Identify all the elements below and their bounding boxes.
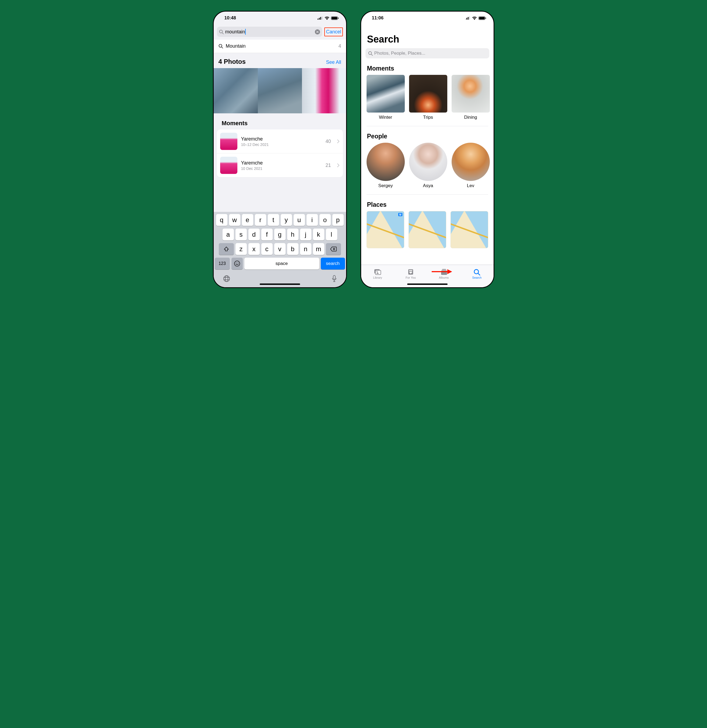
tab-label: Library xyxy=(373,276,382,279)
letter-key[interactable]: b xyxy=(287,243,299,255)
moment-card[interactable]: Winter xyxy=(366,75,405,120)
avatar xyxy=(366,143,405,181)
phone-right: 11:06 Search Photos, People, Places... M… xyxy=(360,11,494,288)
person-name: Asya xyxy=(423,183,433,188)
suggestion-count: 4 xyxy=(338,43,341,49)
svg-rect-5 xyxy=(332,17,337,19)
suggestion-label: Mountain xyxy=(226,43,246,49)
svg-line-11 xyxy=(221,47,223,48)
letter-key[interactable]: v xyxy=(274,243,286,255)
letter-key[interactable]: f xyxy=(261,228,273,240)
letter-key[interactable]: j xyxy=(300,228,312,240)
letter-key[interactable]: z xyxy=(235,243,247,255)
see-all-link[interactable]: See All xyxy=(326,59,341,65)
backspace-key[interactable] xyxy=(326,243,341,255)
tab-albums[interactable]: Albums xyxy=(427,265,460,282)
letter-key[interactable]: u xyxy=(294,214,305,226)
dictation-icon[interactable] xyxy=(332,275,337,282)
svg-rect-35 xyxy=(409,270,412,271)
places-row: M xyxy=(361,211,493,248)
letter-key[interactable]: c xyxy=(261,243,273,255)
places-header: Places xyxy=(361,195,493,211)
letter-key[interactable]: p xyxy=(332,214,344,226)
status-time: 10:48 xyxy=(224,15,236,21)
moment-card[interactable]: Dining xyxy=(452,75,490,120)
moment-title: Yaremche xyxy=(241,136,269,142)
tab-for-you[interactable]: For You xyxy=(394,265,427,282)
moment-row[interactable]: Yaremche 10–12 Dec 2021 40 xyxy=(217,130,343,153)
keyboard: qwertyuiop asdfghjkl zxcvbnm 123 space s… xyxy=(214,212,346,287)
moments-row: Winter Trips Dining xyxy=(361,75,493,120)
letter-key[interactable]: h xyxy=(287,228,299,240)
tab-library[interactable]: Library xyxy=(361,265,394,282)
home-indicator xyxy=(260,283,300,285)
home-indicator xyxy=(407,283,447,285)
text-caret xyxy=(245,29,246,35)
wifi-icon xyxy=(472,16,477,20)
person-card[interactable]: Asya xyxy=(409,143,447,188)
svg-rect-19 xyxy=(333,276,335,279)
clear-search-button[interactable] xyxy=(315,29,320,35)
letter-key[interactable]: m xyxy=(313,243,324,255)
globe-icon[interactable] xyxy=(223,275,230,282)
letter-key[interactable]: x xyxy=(248,243,260,255)
letter-key[interactable]: t xyxy=(268,214,279,226)
moment-thumb xyxy=(366,75,405,113)
numbers-key[interactable]: 123 xyxy=(215,258,230,270)
place-map-tile[interactable] xyxy=(408,211,446,248)
svg-point-14 xyxy=(238,263,238,264)
letter-key[interactable]: g xyxy=(274,228,286,240)
letter-key[interactable]: y xyxy=(281,214,292,226)
letter-key[interactable]: q xyxy=(216,214,227,226)
letter-key[interactable]: n xyxy=(300,243,312,255)
letter-key[interactable]: o xyxy=(319,214,331,226)
photo-thumb[interactable] xyxy=(214,68,258,113)
emoji-key[interactable] xyxy=(231,258,243,270)
search-input-value[interactable]: mountain xyxy=(225,29,245,35)
letter-key[interactable]: d xyxy=(248,228,260,240)
moment-subtitle: 10 Dec 2021 xyxy=(241,166,263,171)
search-suggestion-row[interactable]: Mountain 4 xyxy=(214,40,346,53)
status-bar: 11:06 xyxy=(361,12,493,25)
letter-key[interactable]: k xyxy=(313,228,324,240)
cancel-button[interactable]: Cancel xyxy=(324,27,343,36)
letter-key[interactable]: r xyxy=(255,214,266,226)
letter-key[interactable]: w xyxy=(229,214,240,226)
moment-card[interactable]: Trips xyxy=(409,75,447,120)
moment-label: Dining xyxy=(464,115,477,120)
tab-search[interactable]: Search xyxy=(460,265,493,282)
person-card[interactable]: Sergey xyxy=(366,143,405,188)
backspace-icon xyxy=(330,247,337,251)
photo-thumb[interactable] xyxy=(258,68,302,113)
svg-rect-38 xyxy=(441,270,447,275)
letter-key[interactable]: i xyxy=(307,214,318,226)
letter-key[interactable]: a xyxy=(222,228,234,240)
shift-key[interactable] xyxy=(219,243,234,255)
search-key[interactable]: search xyxy=(321,258,345,270)
person-card[interactable]: Lev xyxy=(452,143,490,188)
moment-row[interactable]: Yaremche 10 Dec 2021 21 xyxy=(217,153,343,177)
svg-rect-23 xyxy=(466,18,467,20)
space-key[interactable]: space xyxy=(244,258,319,270)
svg-line-30 xyxy=(371,54,372,55)
svg-point-33 xyxy=(377,271,378,272)
albums-icon xyxy=(440,269,448,276)
tab-label: Search xyxy=(472,276,482,279)
place-map-tile[interactable] xyxy=(450,211,488,248)
svg-rect-6 xyxy=(338,17,339,19)
place-map-tile[interactable]: M xyxy=(366,211,404,248)
photo-thumb[interactable] xyxy=(302,68,346,113)
cellular-icon xyxy=(465,16,470,20)
search-field[interactable]: mountain xyxy=(217,27,322,37)
svg-point-13 xyxy=(236,263,237,264)
person-name: Lev xyxy=(467,183,474,188)
search-field[interactable]: Photos, People, Places... xyxy=(365,48,489,58)
moment-subtitle: 10–12 Dec 2021 xyxy=(241,142,269,147)
letter-key[interactable]: s xyxy=(235,228,247,240)
letter-key[interactable]: e xyxy=(242,214,253,226)
svg-rect-25 xyxy=(469,16,470,20)
people-row: Sergey Asya Lev xyxy=(361,143,493,188)
svg-rect-0 xyxy=(317,19,318,20)
library-icon xyxy=(374,269,382,276)
letter-key[interactable]: l xyxy=(326,228,337,240)
